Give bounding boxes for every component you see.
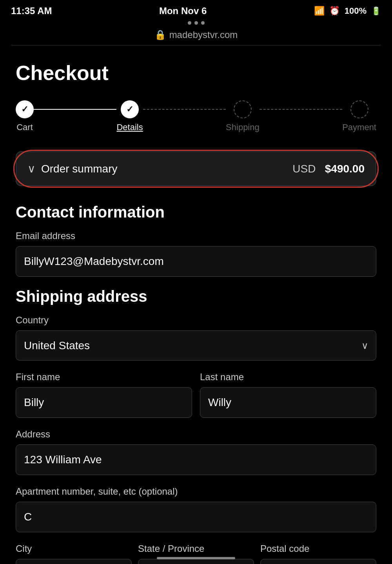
step-details[interactable]: ✓ Details [116, 100, 143, 132]
step-label-payment: Payment [342, 122, 376, 132]
chevron-down-icon: ∨ [27, 162, 36, 175]
step-circle-shipping [234, 100, 252, 118]
email-group: Email address [16, 230, 376, 277]
step-circle-payment [350, 100, 368, 118]
alarm-icon: ⏰ [329, 6, 340, 16]
step-shipping[interactable]: Shipping [226, 100, 260, 132]
country-select-wrapper: United States Canada United Kingdom Aust… [16, 330, 376, 361]
name-row: First name Last name [16, 372, 376, 429]
status-date: Mon Nov 6 [159, 5, 207, 16]
postal-group: Postal code [260, 543, 376, 564]
browser-bar: 🔒 madebystvr.com [11, 26, 381, 45]
line-shipping-payment [260, 109, 342, 110]
order-summary-bar[interactable]: ∨ Order summary USD $490.00 [16, 151, 376, 186]
first-name-label: First name [16, 372, 192, 383]
order-total: USD $490.00 [292, 163, 365, 175]
city-input[interactable] [16, 559, 132, 564]
state-label: State / Province [138, 543, 254, 554]
state-select-wrapper: Alabama Alaska Arizona Arkansas Californ… [138, 559, 254, 564]
country-select[interactable]: United States Canada United Kingdom Aust… [16, 330, 376, 361]
step-circle-details: ✓ [121, 100, 139, 118]
progress-steps: ✓ Cart ✓ Details Shipping Payment [16, 100, 376, 132]
browser-dots [11, 19, 381, 26]
apt-input[interactable] [16, 502, 376, 532]
order-amount: $490.00 [325, 163, 365, 175]
address-group: Address [16, 429, 376, 475]
step-payment[interactable]: Payment [342, 100, 376, 132]
first-name-group: First name [16, 372, 192, 418]
url-text: madebystvr.com [169, 29, 238, 40]
country-label: Country [16, 315, 376, 326]
order-summary-left: ∨ Order summary [27, 162, 117, 175]
line-details-shipping [143, 109, 226, 110]
home-indicator [157, 557, 235, 559]
step-circle-cart: ✓ [16, 100, 34, 118]
shipping-section-title: Shipping address [16, 288, 376, 305]
address-label: Address [16, 429, 376, 440]
contact-section-title: Contact information [16, 203, 376, 221]
first-name-input[interactable] [16, 387, 192, 418]
city-label: City [16, 543, 132, 554]
step-label-cart: Cart [16, 122, 33, 132]
order-summary-label: Order summary [41, 163, 117, 175]
wifi-icon: 📶 [314, 6, 325, 16]
city-state-postal-row: City State / Province Alabama Alaska Ari… [16, 543, 376, 564]
state-group: State / Province Alabama Alaska Arizona … [138, 543, 254, 564]
postal-label: Postal code [260, 543, 376, 554]
step-label-details: Details [116, 122, 143, 132]
state-select[interactable]: Alabama Alaska Arizona Arkansas Californ… [138, 559, 254, 564]
email-label: Email address [16, 230, 376, 241]
lock-icon: 🔒 [154, 29, 166, 40]
postal-input[interactable] [260, 559, 376, 564]
line-cart-details [34, 109, 116, 110]
page-title: Checkout [16, 61, 376, 85]
status-time: 11:35 AM [11, 5, 52, 16]
last-name-group: Last name [200, 372, 376, 418]
battery-label: 100% [345, 6, 367, 16]
email-input[interactable] [16, 246, 376, 277]
battery-icon: 🔋 [371, 6, 381, 16]
order-currency: USD [292, 163, 316, 175]
country-group: Country United States Canada United King… [16, 315, 376, 361]
step-cart[interactable]: ✓ Cart [16, 100, 34, 132]
main-content: Checkout ✓ Cart ✓ Details Shipping Payme… [0, 45, 392, 564]
city-group: City [16, 543, 132, 564]
status-bar: 11:35 AM Mon Nov 6 📶 ⏰ 100% 🔋 🔒 madebyst… [0, 0, 392, 45]
last-name-input[interactable] [200, 387, 376, 418]
last-name-label: Last name [200, 372, 376, 383]
address-input[interactable] [16, 444, 376, 475]
apt-group: Apartment number, suite, etc (optional) [16, 486, 376, 532]
apt-label: Apartment number, suite, etc (optional) [16, 486, 376, 497]
step-label-shipping: Shipping [226, 122, 260, 132]
